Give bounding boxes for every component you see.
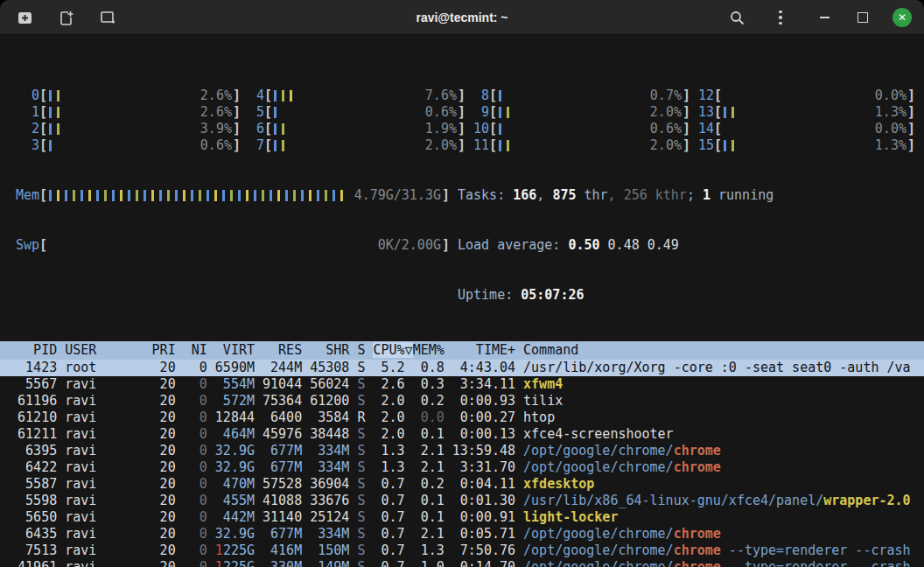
bracket-close: ] <box>907 121 915 137</box>
cell-ni: 0 <box>176 559 207 567</box>
column-header-command[interactable]: Command <box>515 342 578 358</box>
cell-virt: 225G <box>223 559 255 567</box>
cpu-meter-value: 1.3% <box>875 137 906 154</box>
titlebar: ravi@tecmint: ~ ✕ <box>0 0 924 35</box>
menu-kebab-icon[interactable] <box>772 9 789 26</box>
column-header-cpu[interactable]: CPU%▽ <box>365 342 412 358</box>
cpu-meter-label: 9 <box>466 104 489 121</box>
cell-mem: 2.1 <box>405 443 444 458</box>
info-segment: 875 <box>552 187 576 203</box>
cell-ni: 0 <box>176 476 207 492</box>
process-row[interactable]: 61211 ravi 20 0 464M 45976 38448 S 2.0 0… <box>0 426 924 443</box>
cell-time: 0:14.70 <box>444 559 515 567</box>
close-icon[interactable]: ✕ <box>892 8 912 27</box>
process-row-selected[interactable]: 1423 root 20 0 6590M 244M 45308 S 5.2 0.… <box>0 360 924 376</box>
cpu-meter-9: 9[2.0%] <box>466 104 690 121</box>
meters-area: 0[2.6%] 4[7.6%] 8[0.7%] 12[0.0%] 1[2.6%]… <box>0 35 924 337</box>
cell-mem: 1.0 <box>405 559 444 567</box>
column-header-res[interactable]: RES <box>255 342 302 358</box>
cpu-meter-label: 3 <box>16 137 39 154</box>
cell-cpu: 0.7 <box>365 476 404 492</box>
cell-s: S <box>349 509 365 525</box>
bracket-close: ] <box>442 237 450 254</box>
cell-virt: 32.9G <box>207 526 255 542</box>
cell-pri: 20 <box>144 360 176 375</box>
cpu-meter-value: 2.6% <box>200 88 232 104</box>
process-row[interactable]: 6395 ravi 20 0 32.9G 677M 334M S 1.3 2.1… <box>0 443 924 459</box>
sort-indicator[interactable]: CPU%▽ <box>373 342 412 358</box>
bracket-open: [ <box>264 137 272 154</box>
column-header-time[interactable]: TIME+ <box>444 342 515 358</box>
cell-s: S <box>349 542 365 558</box>
process-row[interactable]: 5567 ravi 20 0 554M 91044 56024 S 2.6 0.… <box>0 376 924 393</box>
cell-user: ravi <box>57 376 144 392</box>
cell-s: S <box>349 526 365 542</box>
meter-bar <box>732 140 734 151</box>
search-icon[interactable] <box>728 9 746 26</box>
process-row[interactable]: 41961 ravi 20 0 1225G 330M 149M S 0.7 1.… <box>0 559 924 567</box>
meter-bar <box>191 190 193 201</box>
cell-user: ravi <box>57 426 144 442</box>
column-header-virt[interactable]: VIRT <box>207 342 255 358</box>
new-session-icon[interactable] <box>58 9 75 26</box>
process-row[interactable]: 5598 ravi 20 0 455M 41088 33676 S 0.7 0.… <box>0 493 924 509</box>
cell-command: /opt/google/chrome/ <box>523 542 674 558</box>
maximize-icon[interactable] <box>854 9 872 26</box>
cell-pid: 41961 <box>2 559 57 567</box>
process-row[interactable]: 5650 ravi 20 0 442M 31140 25124 S 0.7 0.… <box>0 509 924 526</box>
cpu-meter-5: 5[0.6%] <box>241 104 466 121</box>
cell-gap <box>515 559 523 567</box>
cell-mem: 1.3 <box>405 542 444 558</box>
cpu-meter-label: 7 <box>241 137 264 154</box>
cpu-meter-4: 4[7.6%] <box>241 88 466 104</box>
new-window-icon[interactable] <box>16 9 33 26</box>
process-row[interactable]: 61196 ravi 20 0 572M 75364 61200 S 2.0 0… <box>0 393 924 410</box>
column-header-pri[interactable]: PRI <box>144 342 176 358</box>
column-header-shr[interactable]: SHR <box>302 342 349 358</box>
cell-shr: 38448 <box>302 426 349 442</box>
cell-s: S <box>349 376 365 392</box>
cell-command: chrome <box>674 443 721 458</box>
column-header-pid[interactable]: PID <box>2 342 57 358</box>
column-header-user[interactable]: USER <box>57 342 144 358</box>
minimize-icon[interactable] <box>816 9 833 26</box>
cell-s: S <box>349 459 365 475</box>
cell-cpu: 5.2 <box>365 360 404 375</box>
info-segment: running <box>710 187 774 203</box>
process-row[interactable]: 6435 ravi 20 0 32.9G 677M 334M S 0.7 2.1… <box>0 526 924 542</box>
meter-bar <box>49 123 52 135</box>
split-terminal-icon[interactable] <box>100 9 117 26</box>
cpu-meter-label: 10 <box>466 121 489 137</box>
meter-bar <box>214 190 217 201</box>
column-header-ni[interactable]: NI <box>176 342 207 358</box>
cell-command: chrome <box>674 526 721 542</box>
bracket-close: ] <box>458 121 466 137</box>
cpu-meter-10: 10[0.6%] <box>466 121 690 137</box>
cell-gap <box>515 542 523 558</box>
cell-cpu: 0.7 <box>365 526 404 542</box>
cell-mem: 0.8 <box>405 360 444 375</box>
cell-pri: 20 <box>144 542 176 558</box>
column-header-mem[interactable]: MEM% <box>413 342 444 358</box>
cell-command: /usr/lib/x86_64-linux-gnu/xfce4/panel/ <box>523 493 823 508</box>
bracket-open: [ <box>714 88 722 104</box>
bracket-close: ] <box>682 137 690 154</box>
meter-bar <box>96 190 99 201</box>
bracket-close: ] <box>233 104 241 121</box>
cell-s: R <box>349 410 365 425</box>
meter-bar <box>274 107 276 118</box>
cpu-meter-label: 2 <box>16 121 39 137</box>
cell-mem: 0.1 <box>405 493 444 508</box>
cpu-meter-value: 2.0% <box>650 137 682 154</box>
cpu-meter-label: 4 <box>241 88 264 104</box>
process-row[interactable]: 5587 ravi 20 0 470M 57528 36904 S 0.7 0.… <box>0 476 924 493</box>
column-header-s[interactable]: S <box>349 342 365 358</box>
process-row[interactable]: 7513 ravi 20 0 1225G 416M 150M S 0.7 1.3… <box>0 542 924 559</box>
process-row[interactable]: 6422 ravi 20 0 32.9G 677M 334M S 1.3 2.1… <box>0 459 924 476</box>
process-row[interactable]: 61210 ravi 20 0 12844 6400 3584 R 2.0 0.… <box>0 410 924 426</box>
bracket-close: ] <box>682 121 690 137</box>
cpu-meter-15: 15[1.3%] <box>690 137 915 154</box>
meter-bar <box>238 190 241 201</box>
cpu-meter-label: 6 <box>241 121 264 137</box>
cell-s: S <box>349 559 365 567</box>
